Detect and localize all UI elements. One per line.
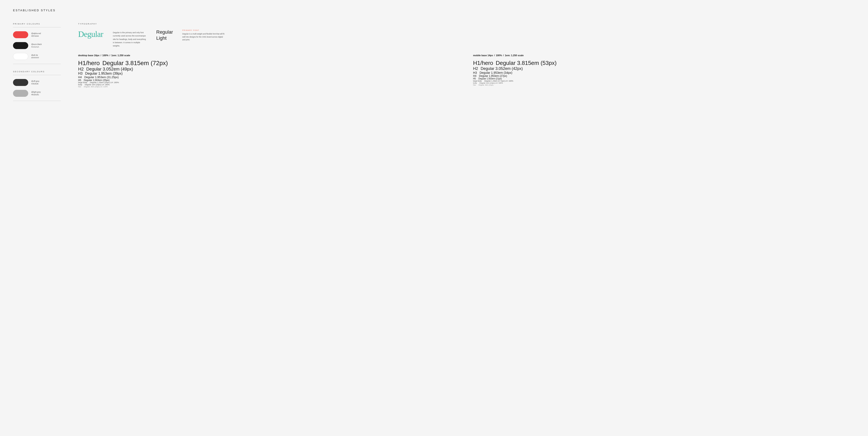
primary-colours-label: PRIMARY COLOURS [13, 23, 61, 25]
desktop-h5-row: H5 Degular 1.563em (25px) [78, 79, 460, 82]
mobile-scale: mobile base 14px / 100% / 1em: 1.250 sca… [473, 54, 855, 88]
mobile-h2-spec: Degular 3.052em (42px) [480, 66, 523, 71]
desktop-h1-label: H1/hero [78, 60, 100, 67]
desktop-body-label: body [78, 84, 82, 86]
font-intro: Degular Degular is the primary and only … [78, 29, 855, 48]
off-grey-variable: @off-grey [31, 80, 39, 82]
primary-divider-bottom [13, 64, 61, 64]
typography-panel: TYPOGRAPHY Degular Degular is the primar… [78, 23, 855, 88]
white-swatch [13, 53, 28, 60]
desktop-h3-spec: Degular 1.953em (39px) [85, 72, 123, 75]
white-variable: @wh ite [31, 54, 39, 56]
mobile-h5-label: H5 [473, 77, 476, 80]
euro-black-info: @euro-black #1A1A1A [31, 43, 42, 48]
primary-font-block: PRIMARY FONT Degular is a multi weight a… [182, 29, 226, 41]
desktop-large-body-spec: Degular 1.25em (20px) LH: 180% [90, 82, 119, 84]
typography-label: TYPOGRAPHY [78, 23, 855, 25]
desktop-h4-row: H4 Degular 1.953em (31.25px) [78, 75, 460, 79]
font-name-display: Degular [78, 29, 104, 39]
mobile-nav-spec: Degular .8em (11px) [478, 84, 493, 86]
page-title: ESTABLISHED STYLES [13, 9, 855, 12]
secondary-colours-section: SECONDARY COLOURS @off-grey #353535 @lig… [13, 70, 61, 101]
desktop-h4-label: H4 [78, 75, 82, 79]
desktop-body-spec: Degular 1em (16px) LH: 180% [85, 84, 110, 86]
secondary-colours-label: SECONDARY COLOURS [13, 70, 61, 73]
mobile-h4-row: H4 Degular 1.953em (27px) [473, 74, 855, 77]
mobile-large-body-label: large body [473, 80, 482, 82]
alpha-red-hex: #EF4444 [31, 35, 41, 37]
euro-black-hex: #1A1A1A [31, 46, 42, 48]
desktop-h2-spec: Degular 3.052em (49px) [86, 67, 133, 72]
desktop-h3-row: H3 Degular 1.953em (39px) [78, 72, 460, 75]
off-grey-hex: #353535 [31, 83, 39, 85]
desktop-h1-row: H1/hero Degular 3.815em (72px) [78, 60, 460, 67]
light-grey-hex: #B1B1B1 [31, 94, 41, 96]
font-weights: Regular Light [156, 29, 174, 41]
color-row-light-grey: @light-grey #B1B1B1 [13, 90, 61, 97]
desktop-h1-spec: Degular 3.815em (72px) [102, 60, 168, 67]
mobile-h1-label: H1/hero [473, 60, 493, 66]
mobile-body-row: body Degular 1em (14px) LH: 160% [473, 82, 855, 84]
mobile-h5-spec: Degular 1.563em (21px) [478, 77, 502, 80]
desktop-h2-label: H2 [78, 67, 84, 72]
mobile-h4-label: H4 [473, 74, 476, 77]
mobile-h4-spec: Degular 1.953em (27px) [479, 74, 507, 77]
off-grey-swatch [13, 79, 28, 86]
font-weight-regular: Regular [156, 29, 174, 35]
light-grey-variable: @light-grey [31, 91, 41, 93]
secondary-divider-bottom [13, 101, 61, 101]
mobile-h5-row: H5 Degular 1.563em (21px) [473, 77, 855, 80]
desktop-body-row: body Degular 1em (16px) LH: 180% [78, 84, 460, 86]
desktop-h2-row: H2 Degular 3.052em (49px) [78, 67, 460, 72]
mobile-h1-row: H1/hero Degular 3.815em (53px) [473, 60, 855, 66]
euro-black-swatch [13, 42, 28, 49]
mobile-body-label: body [473, 82, 477, 84]
mobile-body-spec: Degular 1em (14px) LH: 160% [479, 82, 503, 84]
desktop-scale-header: desktop base 16px / 100% / 1em: 1.250 sc… [78, 54, 460, 57]
desktop-nav-row: Nav Degular .8em (14px) LS: 119% [78, 86, 460, 88]
type-scales: desktop base 16px / 100% / 1em: 1.250 sc… [78, 54, 855, 88]
desktop-h3-label: H3 [78, 72, 83, 75]
euro-black-variable: @euro-black [31, 43, 42, 45]
desktop-large-body-row: large body Degular 1.25em (20px) LH: 180… [78, 82, 460, 84]
mobile-h3-spec: Degular 1.953em (34px) [479, 71, 512, 74]
color-row-euro-black: @euro-black #1A1A1A [13, 42, 61, 49]
color-row-alpha-red: @alpha-red #EF4444 [13, 31, 61, 38]
primary-font-label: PRIMARY FONT [182, 29, 226, 31]
alpha-red-variable: @alpha-red [31, 32, 41, 34]
font-description: Degular is the primary and only font cur… [113, 31, 148, 48]
mobile-h2-label: H2 [473, 66, 478, 71]
mobile-h1-spec: Degular 3.815em (53px) [496, 60, 557, 66]
desktop-h5-label: H5 [78, 79, 81, 82]
light-grey-swatch [13, 90, 28, 97]
primary-font-desc: Degular is a multi weight and flexible f… [182, 33, 226, 41]
desktop-large-body-label: large body [78, 82, 87, 84]
mobile-h3-row: H3 Degular 1.953em (34px) [473, 71, 855, 74]
mobile-large-body-spec: Degular 1.25em (17.5px) LH: 160% [484, 80, 514, 82]
desktop-h4-spec: Degular 1.953em (31.25px) [85, 75, 119, 79]
color-row-white: @wh ite #FFFFFF [13, 53, 61, 60]
desktop-scale: desktop base 16px / 100% / 1em: 1.250 sc… [78, 54, 460, 88]
mobile-nav-row: Nav Degular .8em (11px) [473, 84, 855, 86]
mobile-nav-label: Nav [473, 84, 476, 86]
desktop-nav-spec: Degular .8em (14px) LS: 119% [84, 86, 107, 88]
colors-panel: PRIMARY COLOURS @alpha-red #EF4444 @euro… [13, 23, 61, 105]
light-grey-info: @light-grey #B1B1B1 [31, 91, 41, 96]
mobile-large-body-row: large body Degular 1.25em (17.5px) LH: 1… [473, 80, 855, 82]
white-info: @wh ite #FFFFFF [31, 54, 39, 59]
secondary-divider [13, 75, 61, 75]
desktop-nav-label: Nav [78, 86, 81, 88]
mobile-h2-row: H2 Degular 3.052em (42px) [473, 66, 855, 71]
color-row-off-grey: @off-grey #353535 [13, 79, 61, 86]
mobile-scale-header: mobile base 14px / 100% / 1em: 1.250 sca… [473, 54, 855, 57]
off-grey-info: @off-grey #353535 [31, 80, 39, 85]
white-hex: #FFFFFF [31, 57, 39, 59]
alpha-red-swatch [13, 31, 28, 38]
mobile-h3-label: H3 [473, 71, 477, 74]
desktop-h5-spec: Degular 1.563em (25px) [84, 79, 110, 82]
alpha-red-info: @alpha-red #EF4444 [31, 32, 41, 37]
font-weight-light: Light [156, 35, 174, 41]
